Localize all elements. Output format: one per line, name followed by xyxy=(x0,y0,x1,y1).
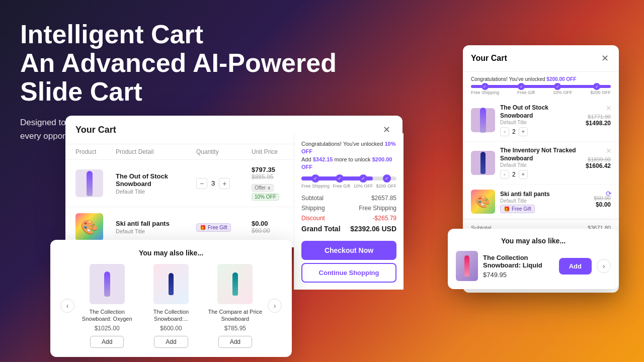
item1-details: The Out of Stock Snowboard Default Title xyxy=(116,172,196,195)
summary-discount: Discount -$265.79 xyxy=(301,215,396,222)
item1-offer-badge[interactable]: Offer ∧ xyxy=(252,184,274,192)
rec-item2-name: The Collection Snowboard:... xyxy=(142,308,199,323)
right-dot-3: ✓ xyxy=(554,83,561,90)
right-item1-qty: - 2 + xyxy=(500,127,581,136)
rec-item-1: The Collection Snowboard: Oxygen $1025.0… xyxy=(78,264,135,348)
right-item3-refresh-icon[interactable]: ⟳ xyxy=(606,190,612,198)
rec-title: You may also like... xyxy=(60,249,282,257)
summary-subtotal: Subtotal $2657.85 xyxy=(301,195,396,202)
rec-popup-panel: You may also like... The Collection Snow… xyxy=(448,229,619,289)
right-item2-qty: - 2 + xyxy=(500,170,581,179)
item2-image: 🎨 xyxy=(75,213,103,241)
rec-items: The Collection Snowboard: Oxygen $1025.0… xyxy=(78,264,264,348)
rec-popup-item-name: The Collection Snowboard: Liquid xyxy=(483,254,554,269)
rec-popup-image xyxy=(456,251,478,281)
item2-gift-badge: 🎁 Free Gift xyxy=(196,222,252,232)
rec-item2-add-button[interactable]: Add xyxy=(154,336,188,348)
right-dot-4: ✓ xyxy=(593,83,600,90)
item2-variant: Default Title xyxy=(116,228,196,234)
hero-title: Intelligent Cart An Advanced AI-Powered … xyxy=(20,20,403,107)
right-item2-qty-value: 2 xyxy=(512,171,516,178)
progress-dot-4: ✓ xyxy=(383,174,391,183)
right-item3-image: 🎨 xyxy=(471,190,495,214)
progress-bar: ✓ ✓ ✓ ✓ xyxy=(301,176,396,180)
progress-dot-3: ✓ xyxy=(359,174,367,183)
right-item2-info: The Inventory Not Tracked Snowboard Defa… xyxy=(500,147,581,179)
rec-popup-content: The Collection Snowboard: Liquid $749.95… xyxy=(456,251,611,281)
rec-next-button[interactable]: › xyxy=(268,299,282,313)
item1-name: The Out of Stock Snowboard xyxy=(116,172,196,188)
item2-details: Ski anti fall pants Default Title xyxy=(116,220,196,234)
item1-variant: Default Title xyxy=(116,189,196,195)
rec-item2-price: $600.00 xyxy=(142,325,199,332)
unlocked-message: Congratulations! You've unlocked 10% OFF… xyxy=(301,140,396,171)
rec-item1-name: The Collection Snowboard: Oxygen xyxy=(78,308,135,323)
recommendations-panel: You may also like... ‹ The Collection Sn… xyxy=(50,240,292,357)
right-item2-qty-plus[interactable]: + xyxy=(519,170,528,179)
item1-image xyxy=(75,169,103,197)
progress-labels: Free Shipping Free Gift 10% OFF $200 OFF xyxy=(301,184,396,189)
right-progress-bar: ✓ ✓ ✓ ✓ xyxy=(471,85,611,88)
progress-dot-1: ✓ xyxy=(311,174,319,183)
rec-item1-image xyxy=(90,264,125,304)
rec-item2-image xyxy=(153,264,189,304)
right-item2-image xyxy=(471,151,495,175)
right-item1-delete-button[interactable]: ✕ xyxy=(606,104,612,112)
right-progress-labels: Free Shipping Free Gift 10% OFF $200 OFF xyxy=(463,90,619,95)
rec-prev-button[interactable]: ‹ xyxy=(60,299,74,313)
rec-item1-add-button[interactable]: Add xyxy=(90,336,124,348)
right-item1-info: The Out of Stock Snowboard Default Title… xyxy=(500,104,581,136)
right-item2-delete-button[interactable]: ✕ xyxy=(606,147,612,155)
item1-qty-value: 3 xyxy=(211,179,215,187)
rec-popup-item-price: $749.95 xyxy=(483,271,554,279)
right-item1-qty-value: 2 xyxy=(512,128,516,135)
rec-item3-add-button[interactable]: Add xyxy=(218,336,252,348)
item2-name: Ski anti fall pants xyxy=(116,220,196,227)
item1-quantity-control: − 3 + xyxy=(196,178,252,189)
right-dot-2: ✓ xyxy=(518,83,525,90)
right-item1-price: $1771.90 $1498.20 xyxy=(586,114,611,127)
checkout-now-button[interactable]: Checkout Now xyxy=(301,241,396,260)
right-item-2: The Inventory Not Tracked Snowboard Defa… xyxy=(463,142,619,185)
right-item3-gift-badge: 🎁 Free Gift xyxy=(500,205,535,213)
order-summary-overlay: Congratulations! You've unlocked 10% OFF… xyxy=(294,133,404,290)
rec-popup-info: The Collection Snowboard: Liquid $749.95 xyxy=(483,254,554,279)
right-item2-price: $1899.90 $1606.42 xyxy=(586,156,611,169)
rec-item-2: The Collection Snowboard:... $600.00 Add xyxy=(142,264,199,348)
item1-qty-plus[interactable]: + xyxy=(219,178,230,189)
continue-shopping-button[interactable]: Continue Shopping xyxy=(301,263,396,283)
summary-shipping: Shipping Free Shipping xyxy=(301,205,396,212)
item1-qty-minus[interactable]: − xyxy=(196,178,207,189)
rec-item-3: The Compare at Price Snowboard $785.95 A… xyxy=(207,264,264,348)
right-item1-image xyxy=(471,108,495,132)
right-item2-qty-minus[interactable]: - xyxy=(500,170,509,179)
summary-total: Grand Total $2392.06 USD xyxy=(301,225,396,233)
progress-dot-2: ✓ xyxy=(336,174,344,183)
main-cart-title: Your Cart xyxy=(75,125,116,135)
right-cart-header: Your Cart ✕ xyxy=(463,45,619,72)
item1-discount-badge: 10% OFF xyxy=(252,193,279,201)
rec-popup-next-button[interactable]: › xyxy=(597,259,611,273)
rec-popup-add-button[interactable]: Add xyxy=(559,258,592,275)
rec-item3-name: The Compare at Price Snowboard xyxy=(207,308,264,323)
right-item1-qty-minus[interactable]: - xyxy=(500,127,509,136)
rec-item3-price: $785.95 xyxy=(207,325,264,332)
rec-slider: ‹ The Collection Snowboard: Oxygen $1025… xyxy=(60,264,282,348)
right-item-3: 🎨 Ski anti fall pants Default Title 🎁 Fr… xyxy=(463,185,619,219)
right-dot-1: ✓ xyxy=(481,83,489,90)
right-item-1: The Out of Stock Snowboard Default Title… xyxy=(463,99,619,142)
rec-item3-image xyxy=(217,264,253,304)
right-item1-qty-plus[interactable]: + xyxy=(519,127,528,136)
right-item3-info: Ski anti fall pants Default Title 🎁 Free… xyxy=(500,191,589,214)
right-cart-close-button[interactable]: ✕ xyxy=(599,52,611,64)
right-cart-title: Your Cart xyxy=(471,54,507,63)
rec-item1-price: $1025.00 xyxy=(78,325,135,332)
rec-popup-title: You may also like... xyxy=(456,237,611,245)
